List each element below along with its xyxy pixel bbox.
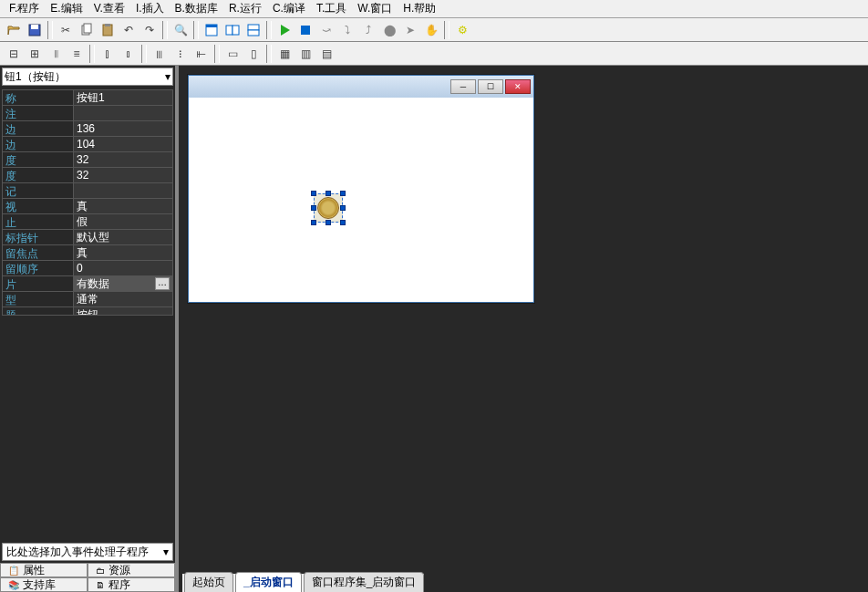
form-designer[interactable]: ─ ☐ ✕ — [188, 75, 534, 303]
align3-icon[interactable]: ⫴ — [46, 44, 66, 64]
resize-handle-se[interactable] — [340, 220, 346, 225]
tool-icon[interactable]: ⚙ — [452, 20, 472, 40]
chevron-down-icon: ▾ — [163, 545, 169, 558]
panel-tab[interactable]: 📚支持库 — [0, 577, 88, 592]
step-out-icon[interactable]: ⤴ — [358, 20, 378, 40]
prop-label: 记 — [3, 183, 74, 198]
tab-icon: 🗀 — [96, 566, 105, 576]
close-button[interactable]: ✕ — [505, 79, 531, 94]
window2-icon[interactable] — [222, 20, 243, 40]
emblem-icon — [317, 197, 339, 219]
window1-icon[interactable] — [202, 20, 222, 40]
prop-value[interactable]: 默认型 — [74, 230, 172, 244]
menu-view[interactable]: V.查看 — [88, 0, 130, 18]
prop-value[interactable]: 32 — [74, 168, 172, 182]
selected-button[interactable] — [314, 193, 343, 223]
prop-label: 度 — [3, 152, 74, 167]
dist3-icon[interactable]: ⫦ — [191, 44, 212, 64]
menu-window[interactable]: W.窗口 — [352, 0, 398, 18]
resize-handle-sw[interactable] — [311, 220, 316, 225]
resize-handle-ne[interactable] — [340, 191, 346, 196]
prop-value[interactable] — [74, 106, 172, 120]
prop-value[interactable]: 假 — [74, 214, 172, 229]
svg-rect-5 — [105, 24, 110, 26]
prop-label: 注 — [3, 106, 74, 120]
size1-icon[interactable]: ▭ — [222, 44, 243, 64]
save-icon[interactable] — [25, 20, 45, 40]
open-icon[interactable] — [4, 20, 24, 40]
resize-handle-s[interactable] — [326, 220, 331, 225]
menu-run[interactable]: R.运行 — [223, 0, 267, 18]
step-into-icon[interactable]: ⤵ — [337, 20, 357, 40]
menu-insert[interactable]: I.插入 — [130, 0, 170, 18]
grid3-icon[interactable]: ▤ — [316, 44, 336, 64]
dist1-icon[interactable]: ⫼ — [150, 44, 170, 64]
tab-icon: 📚 — [8, 580, 19, 590]
property-grid: 称 按钮1注 边 136边 104度 32度 32记 视 真止 假标指针 默认型… — [2, 89, 173, 316]
panel-tab[interactable]: 🗎程序 — [88, 577, 175, 592]
grid2-icon[interactable]: ▥ — [295, 44, 315, 64]
prop-value[interactable]: 通常 — [74, 292, 172, 306]
menu-database[interactable]: B.数据库 — [170, 0, 223, 18]
copy-icon[interactable] — [77, 20, 97, 40]
cut-icon[interactable]: ✂ — [56, 20, 76, 40]
tab-label: 属性 — [23, 563, 45, 578]
align2-icon[interactable]: ⊞ — [25, 44, 45, 64]
menu-edit[interactable]: E.编辑 — [45, 0, 88, 18]
stop-icon[interactable] — [295, 20, 315, 40]
continue-icon[interactable]: ➤ — [400, 20, 420, 40]
panel-tab[interactable]: 🗀资源 — [88, 563, 175, 577]
event-hint[interactable]: 比处选择加入事件处理子程序 ▾ — [2, 543, 173, 561]
prop-value[interactable] — [74, 183, 172, 198]
hand-icon[interactable]: ✋ — [421, 20, 441, 40]
prop-value[interactable]: 按钮1 — [74, 90, 172, 105]
prop-value[interactable]: 136 — [74, 121, 172, 136]
form-client[interactable] — [190, 99, 532, 301]
grid1-icon[interactable]: ▦ — [274, 44, 294, 64]
object-selector[interactable]: 钮1（按钮） ▾ — [2, 68, 173, 86]
size2-icon[interactable]: ▯ — [243, 44, 264, 64]
bar1-icon[interactable]: ⫿ — [98, 44, 118, 64]
event-hint-text: 比处选择加入事件处理子程序 — [6, 545, 149, 560]
doc-tab[interactable]: 起始页 — [184, 572, 233, 592]
doc-tab[interactable]: _启动窗口 — [235, 572, 302, 592]
prop-value[interactable]: 0 — [74, 261, 172, 275]
break-icon[interactable]: ⬤ — [379, 20, 399, 40]
panel-tab[interactable]: 📋属性 — [0, 563, 88, 577]
menu-help[interactable]: H.帮助 — [398, 0, 441, 18]
align4-icon[interactable]: ≡ — [67, 44, 87, 64]
minimize-button[interactable]: ─ — [450, 79, 476, 94]
step-over-icon[interactable]: ⤻ — [316, 20, 336, 40]
prop-value[interactable]: 有数据… — [74, 276, 172, 291]
resize-handle-nw[interactable] — [311, 191, 316, 196]
prop-value[interactable]: 真 — [74, 245, 172, 260]
resize-handle-w[interactable] — [311, 205, 316, 211]
dist2-icon[interactable]: ⫶ — [170, 44, 191, 64]
menu-program[interactable]: F.程序 — [4, 0, 45, 18]
prop-value[interactable]: 真 — [74, 199, 172, 213]
resize-handle-n[interactable] — [326, 191, 331, 196]
prop-value[interactable]: 按钮 — [74, 307, 172, 316]
toolbar-main: ✂ ↶ ↷ 🔍 ⤻ ⤵ ⤴ ⬤ ➤ ✋ ⚙ — [0, 18, 868, 42]
prop-value[interactable]: 32 — [74, 152, 172, 167]
bar2-icon[interactable]: ⫾ — [119, 44, 139, 64]
run-icon[interactable] — [274, 20, 294, 40]
svg-rect-9 — [232, 26, 239, 35]
undo-icon[interactable]: ↶ — [119, 20, 139, 40]
window3-icon[interactable] — [243, 20, 264, 40]
menu-tools[interactable]: T.工具 — [311, 0, 352, 18]
resize-handle-e[interactable] — [340, 205, 346, 211]
ellipsis-button[interactable]: … — [155, 277, 170, 290]
svg-rect-12 — [301, 26, 310, 35]
prop-value[interactable]: 104 — [74, 137, 172, 151]
align1-icon[interactable]: ⊟ — [4, 44, 24, 64]
find-icon[interactable]: 🔍 — [170, 20, 191, 40]
redo-icon[interactable]: ↷ — [140, 20, 160, 40]
svg-rect-3 — [84, 24, 91, 33]
svg-rect-8 — [226, 26, 232, 35]
maximize-button[interactable]: ☐ — [478, 79, 503, 94]
paste-icon[interactable] — [98, 20, 118, 40]
svg-rect-1 — [31, 25, 38, 29]
menu-compile[interactable]: C.编译 — [267, 0, 311, 18]
doc-tab[interactable]: 窗口程序集_启动窗口 — [304, 572, 425, 592]
